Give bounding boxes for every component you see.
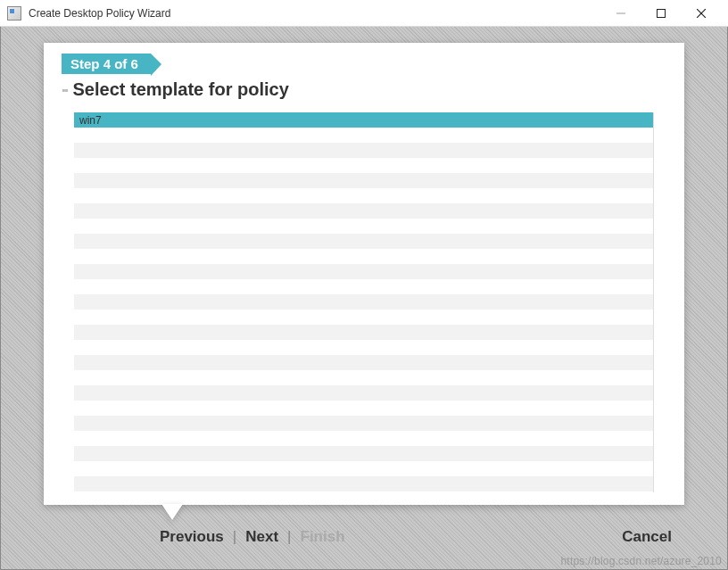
list-item[interactable] [74, 325, 653, 340]
step-title-row: ▪▪ Select template for policy [44, 79, 684, 100]
list-item[interactable] [74, 355, 653, 370]
list-item[interactable] [74, 370, 653, 385]
step-title-icon: ▪▪ [62, 84, 68, 96]
cancel-button[interactable]: Cancel [622, 528, 684, 546]
list-item[interactable] [74, 294, 653, 310]
wizard-panel: Step 4 of 6 ▪▪ Select template for polic… [44, 43, 684, 505]
watermark: https://blog.csdn.net/azure_2010 [560, 555, 722, 567]
nav-separator: | [233, 528, 236, 546]
wizard-body: Step 4 of 6 ▪▪ Select template for polic… [0, 27, 728, 570]
list-item[interactable] [74, 158, 653, 173]
svg-rect-1 [657, 9, 665, 17]
window-title: Create Desktop Policy Wizard [29, 7, 600, 20]
title-bar: Create Desktop Policy Wizard [0, 0, 728, 27]
finish-button: Finish [301, 528, 345, 546]
step-title: Select template for policy [73, 79, 289, 100]
list-item[interactable] [74, 401, 653, 416]
list-item[interactable] [74, 234, 653, 249]
nav-separator: | [287, 528, 291, 546]
app-icon [7, 6, 21, 21]
list-item[interactable] [74, 461, 653, 476]
list-item[interactable] [74, 143, 653, 158]
list-item[interactable] [74, 279, 653, 294]
list-item[interactable] [74, 188, 653, 203]
previous-button[interactable]: Previous [160, 528, 224, 546]
minimize-button[interactable] [600, 1, 641, 26]
list-item[interactable] [74, 128, 653, 143]
maximize-button[interactable] [641, 1, 681, 26]
window-controls [600, 1, 721, 26]
list-item[interactable] [74, 310, 653, 325]
list-item[interactable]: win7 [74, 112, 653, 128]
list-item[interactable] [74, 249, 653, 264]
list-item[interactable] [74, 431, 653, 446]
list-item[interactable] [74, 476, 653, 492]
template-list[interactable]: win7 [74, 112, 654, 492]
list-item[interactable] [74, 340, 653, 355]
close-button[interactable] [681, 1, 721, 26]
panel-pointer [161, 504, 183, 520]
list-item[interactable] [74, 385, 653, 401]
list-item[interactable] [74, 446, 653, 461]
list-item[interactable] [74, 264, 653, 279]
list-item[interactable] [74, 416, 653, 431]
wizard-nav: Previous | Next | Finish Cancel [44, 521, 684, 553]
list-item[interactable] [74, 203, 653, 219]
next-button[interactable]: Next [245, 528, 278, 546]
list-item[interactable] [74, 173, 653, 188]
list-item[interactable] [74, 219, 653, 234]
step-badge: Step 4 of 6 [62, 54, 151, 74]
